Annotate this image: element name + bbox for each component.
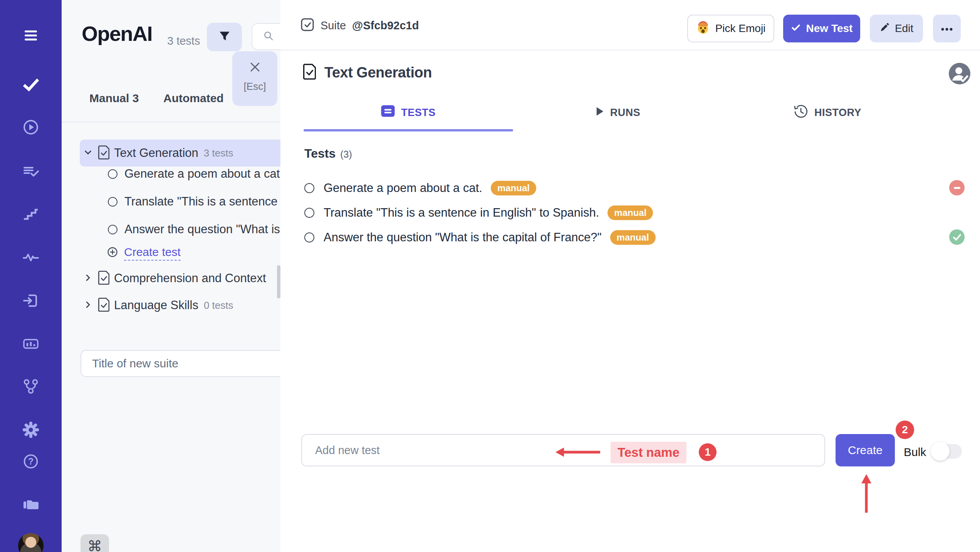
test-row[interactable]: Answer the question "What is the capital… bbox=[304, 227, 656, 247]
stairs-icon[interactable] bbox=[22, 205, 40, 224]
tab-history[interactable]: HISTORY bbox=[723, 97, 932, 128]
playlist-check-icon[interactable] bbox=[22, 162, 40, 181]
close-icon[interactable] bbox=[248, 61, 262, 75]
new-suite-title-input[interactable] bbox=[81, 350, 280, 377]
tree-test-label: Translate "This is a sentence in English… bbox=[124, 195, 280, 209]
page-title: Text Generation bbox=[324, 64, 432, 81]
tree-node-text-generation[interactable]: Text Generation 3 tests bbox=[80, 140, 280, 167]
suite-breadcrumb: Suite @Sfcb92c1d bbox=[300, 15, 419, 35]
manual-badge: manual bbox=[610, 230, 656, 245]
tab-tests-label: TESTS bbox=[401, 107, 436, 119]
test-circle-icon bbox=[108, 169, 117, 179]
tests-section-heading: Tests (3) bbox=[304, 146, 352, 161]
tree-node-count: 0 tests bbox=[204, 300, 233, 311]
pick-emoji-button[interactable]: Pick Emoji bbox=[687, 15, 774, 42]
app-screen: ? OpenAI 3 tests [Esc] Manual 3 Automa bbox=[0, 0, 980, 552]
test-text: Answer the question "What is the capital… bbox=[324, 231, 602, 244]
exploding-head-emoji-icon bbox=[696, 20, 710, 37]
panel-divider bbox=[62, 121, 280, 122]
chevron-right-icon bbox=[83, 300, 93, 311]
filter-button[interactable] bbox=[207, 23, 242, 51]
bar-chart-icon[interactable] bbox=[22, 335, 40, 353]
activity-pulse-icon[interactable] bbox=[22, 248, 40, 266]
menu-icon[interactable] bbox=[22, 26, 40, 45]
add-new-test-input[interactable] bbox=[301, 434, 825, 466]
create-test-row[interactable]: Create test bbox=[107, 244, 181, 262]
tree-node-language-skills[interactable]: Language Skills 0 tests bbox=[83, 296, 233, 315]
tree-node-count: 3 tests bbox=[204, 147, 233, 159]
settings-gear-icon[interactable] bbox=[22, 421, 40, 439]
tab-runs[interactable]: RUNS bbox=[513, 97, 723, 128]
file-check-icon bbox=[98, 298, 109, 313]
search-input[interactable] bbox=[252, 23, 280, 50]
help-icon[interactable]: ? bbox=[22, 452, 40, 471]
tests-nav-check-icon[interactable] bbox=[22, 76, 40, 94]
new-test-button[interactable]: New Test bbox=[783, 15, 860, 42]
tab-tests[interactable]: TESTS bbox=[304, 97, 513, 128]
file-check-icon bbox=[98, 271, 109, 286]
command-key-button[interactable]: ⌘ bbox=[81, 534, 109, 552]
sign-in-icon[interactable] bbox=[22, 291, 40, 310]
status-excluded-icon bbox=[949, 180, 965, 195]
test-circle-icon bbox=[304, 183, 314, 193]
pick-emoji-label: Pick Emoji bbox=[715, 22, 766, 35]
tree-test-label: Generate a poem about a cat. bbox=[124, 167, 280, 181]
git-branch-icon[interactable] bbox=[22, 377, 40, 395]
toggle-knob bbox=[931, 442, 950, 461]
bulk-label: Bulk bbox=[904, 446, 926, 459]
tree-test-item[interactable]: Generate a poem about a cat. bbox=[108, 165, 280, 182]
tests-count: (3) bbox=[340, 149, 352, 160]
tree-test-item[interactable]: Answer the question "What is the capital… bbox=[108, 221, 280, 238]
test-circle-icon bbox=[304, 208, 314, 218]
play-icon bbox=[596, 106, 604, 119]
file-check-icon bbox=[303, 64, 316, 81]
new-test-label: New Test bbox=[806, 22, 853, 35]
tree-test-item[interactable]: Translate "This is a sentence in English… bbox=[108, 193, 280, 210]
svg-text:?: ? bbox=[28, 456, 34, 466]
check-icon bbox=[791, 22, 801, 35]
test-text: Translate "This is a sentence in English… bbox=[324, 206, 599, 220]
annotation-up-arrow bbox=[858, 473, 875, 514]
annotation-step-2-badge: 2 bbox=[896, 421, 914, 439]
tab-manual[interactable]: Manual 3 bbox=[89, 92, 139, 105]
test-row[interactable]: Generate a poem about a cat. manual bbox=[304, 178, 536, 198]
command-key-glyph: ⌘ bbox=[87, 538, 102, 552]
status-passed-icon bbox=[949, 229, 965, 245]
tree-test-label: Answer the question "What is the capital… bbox=[124, 222, 280, 236]
filter-funnel-icon bbox=[217, 29, 232, 45]
manual-badge: manual bbox=[607, 205, 653, 220]
tab-history-label: HISTORY bbox=[814, 107, 861, 119]
tab-runs-label: RUNS bbox=[610, 107, 641, 119]
create-button[interactable]: Create bbox=[836, 434, 895, 466]
project-tests-count: 3 tests bbox=[167, 35, 200, 47]
esc-hint: [Esc] bbox=[244, 81, 266, 93]
tree-node-comprehension[interactable]: Comprehension and Context bbox=[83, 269, 272, 288]
suite-check-icon bbox=[300, 18, 314, 33]
chevron-right-icon bbox=[83, 273, 93, 284]
tab-automated[interactable]: Automated bbox=[163, 92, 224, 105]
test-circle-icon bbox=[304, 232, 314, 242]
edit-button[interactable]: Edit bbox=[870, 15, 923, 42]
suite-title-row: Text Generation bbox=[303, 62, 432, 83]
tree-node-label: Comprehension and Context bbox=[114, 271, 266, 285]
tree-node-label: Language Skills bbox=[114, 298, 198, 312]
play-circle-icon[interactable] bbox=[22, 118, 40, 136]
file-check-icon bbox=[98, 145, 109, 161]
user-check-avatar[interactable] bbox=[948, 62, 971, 85]
test-row[interactable]: Translate "This is a sentence in English… bbox=[304, 203, 653, 223]
tree-node-label: Text Generation bbox=[114, 146, 198, 160]
app-sidebar: ? bbox=[0, 0, 62, 552]
suite-detail-panel: Suite @Sfcb92c1d Pick Emoji New Test Edi… bbox=[280, 0, 980, 552]
bulk-toggle[interactable] bbox=[932, 444, 962, 459]
user-avatar-photo[interactable] bbox=[18, 533, 44, 552]
more-dots-icon bbox=[940, 22, 953, 35]
create-test-link[interactable]: Create test bbox=[124, 246, 181, 261]
project-title: OpenAI bbox=[82, 22, 152, 45]
folder-icon[interactable] bbox=[22, 495, 40, 513]
test-text: Generate a poem about a cat. bbox=[324, 181, 482, 195]
panel-scrollbar[interactable] bbox=[277, 265, 280, 298]
suite-id: @Sfcb92c1d bbox=[352, 19, 419, 32]
active-tab-underline bbox=[304, 129, 513, 131]
more-options-button[interactable] bbox=[933, 15, 961, 42]
manual-badge: manual bbox=[491, 181, 536, 195]
